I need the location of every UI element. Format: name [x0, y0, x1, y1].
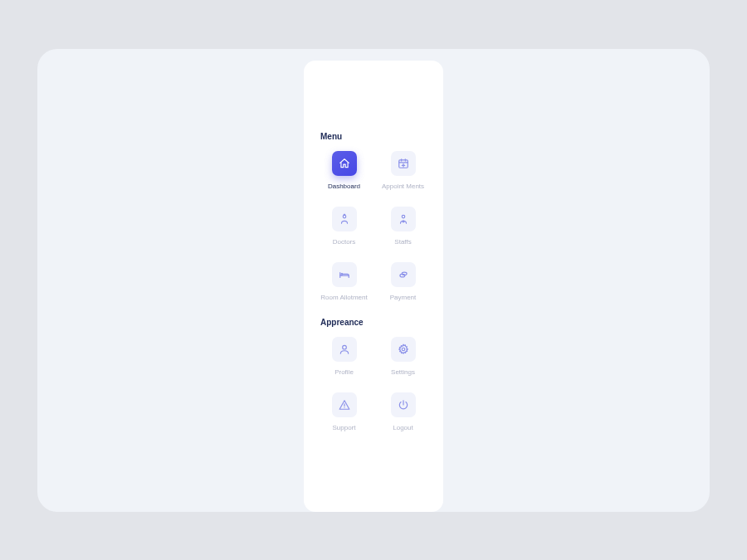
svg-point-14 — [342, 345, 346, 349]
user-icon — [332, 337, 357, 362]
section-title-menu: Menu — [320, 132, 427, 141]
appearance-item-label: Profile — [334, 368, 354, 376]
appearance-item-logout[interactable]: Logout — [379, 392, 427, 431]
calendar-plus-icon — [391, 151, 416, 176]
menu-item-label: Appoint Ments — [382, 183, 424, 190]
alert-triangle-icon — [332, 392, 357, 417]
section-title-appearance: Appreance — [320, 318, 427, 327]
power-icon — [391, 392, 416, 417]
bed-icon — [332, 262, 357, 287]
home-icon — [332, 151, 357, 176]
appearance-item-label: Support — [332, 424, 355, 431]
doctor-icon — [332, 207, 357, 231]
menu-item-label: Staffs — [394, 238, 411, 246]
appearance-grid: Profile Settings Support — [320, 337, 427, 431]
svg-point-11 — [340, 273, 342, 275]
menu-item-payment[interactable]: Payment — [379, 262, 427, 301]
menu-item-label: Dashboard — [328, 183, 360, 190]
appearance-item-label: Settings — [391, 368, 415, 376]
svg-point-13 — [402, 272, 407, 275]
menu-item-appointments[interactable]: Appoint Ments — [379, 151, 427, 190]
appearance-item-settings[interactable]: Settings — [379, 337, 427, 376]
menu-item-doctors[interactable]: Doctors — [320, 207, 368, 246]
menu-item-label: Room Allotment — [320, 294, 367, 301]
app-frame: Menu Dashboard Appoint Ments — [37, 49, 710, 512]
svg-point-9 — [402, 215, 405, 218]
svg-point-15 — [402, 348, 405, 351]
appearance-item-support[interactable]: Support — [320, 392, 368, 431]
appearance-item-label: Logout — [393, 424, 413, 431]
menu-grid: Dashboard Appoint Ments Doctors — [320, 151, 427, 301]
menu-item-room-allotment[interactable]: Room Allotment — [320, 262, 368, 301]
menu-item-label: Payment — [390, 294, 417, 301]
gear-icon — [391, 337, 416, 362]
menu-item-staffs[interactable]: Staffs — [379, 207, 427, 246]
menu-item-dashboard[interactable]: Dashboard — [320, 151, 368, 190]
menu-item-label: Doctors — [333, 238, 356, 246]
payment-icon — [391, 262, 416, 287]
appearance-item-profile[interactable]: Profile — [320, 337, 368, 376]
staff-icon — [391, 207, 416, 231]
menu-panel: Menu Dashboard Appoint Ments — [304, 61, 443, 512]
